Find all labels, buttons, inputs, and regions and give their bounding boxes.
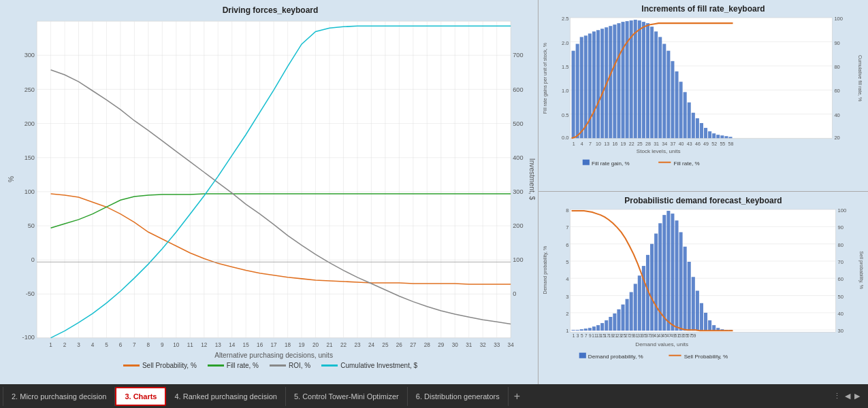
svg-rect-124 — [592, 31, 596, 138]
svg-text:Fill rate gain, %: Fill rate gain, % — [592, 160, 630, 167]
svg-rect-143 — [671, 61, 674, 138]
tab-control-tower[interactable]: 5. Control Tower-Mini Optimizer — [286, 387, 408, 406]
svg-text:1: 1 — [573, 141, 575, 147]
svg-rect-234 — [675, 220, 678, 330]
svg-text:300: 300 — [25, 52, 35, 58]
tab-ranked-purchasing[interactable]: 4. Ranked purchasing decision — [166, 387, 285, 406]
svg-rect-212 — [584, 328, 588, 330]
svg-text:250: 250 — [25, 86, 35, 93]
driving-forces-chart: 300 250 200 150 100 50 0 -50 -100 % 700 … — [5, 18, 535, 359]
svg-rect-239 — [696, 291, 699, 331]
svg-text:28: 28 — [645, 141, 651, 147]
svg-text:Cumulative fill rate, %: Cumulative fill rate, % — [857, 55, 863, 102]
svg-rect-214 — [592, 326, 596, 330]
svg-text:Stock levels, units: Stock levels, units — [637, 148, 681, 154]
tab-charts[interactable]: 3. Charts — [115, 387, 166, 406]
svg-rect-242 — [708, 320, 711, 330]
svg-text:14: 14 — [229, 342, 236, 348]
svg-text:21: 21 — [326, 342, 333, 348]
svg-rect-228 — [650, 244, 654, 331]
svg-text:28: 28 — [424, 342, 431, 348]
svg-rect-129 — [613, 24, 616, 138]
svg-rect-211 — [580, 329, 583, 330]
svg-rect-147 — [688, 103, 691, 139]
svg-rect-120 — [576, 44, 579, 139]
tab-nav-left-icon[interactable]: ◀ — [845, 392, 850, 401]
svg-text:3: 3 — [577, 333, 579, 338]
svg-rect-142 — [666, 51, 670, 139]
svg-text:7: 7 — [589, 141, 592, 147]
svg-rect-156 — [724, 136, 728, 138]
svg-rect-237 — [688, 262, 691, 330]
right-panel: Increments of fill rate_keyboard 2.5 2.0… — [538, 0, 868, 384]
svg-text:25: 25 — [637, 141, 643, 147]
svg-rect-219 — [613, 313, 616, 330]
svg-text:500: 500 — [513, 120, 523, 127]
svg-text:0.0: 0.0 — [562, 135, 569, 141]
svg-text:6: 6 — [566, 242, 568, 248]
svg-text:34: 34 — [662, 141, 667, 147]
tab-nav: ⋮ ◀ ▶ — [833, 392, 865, 401]
svg-rect-131 — [621, 22, 624, 138]
svg-text:22: 22 — [340, 342, 347, 348]
svg-text:0: 0 — [31, 256, 35, 263]
svg-text:20: 20 — [312, 342, 319, 348]
legend-roi: ROI, % — [270, 362, 310, 369]
svg-text:10: 10 — [596, 141, 601, 147]
svg-text:100: 100 — [513, 256, 523, 263]
demand-forecast-chart: 8 7 6 5 4 3 2 1 100 90 80 70 60 50 — [541, 208, 865, 363]
svg-text:1.5: 1.5 — [562, 64, 569, 70]
svg-rect-220 — [617, 309, 620, 330]
svg-text:-100: -100 — [22, 334, 35, 341]
svg-rect-235 — [679, 232, 683, 330]
svg-text:19: 19 — [299, 342, 306, 348]
svg-text:9: 9 — [161, 342, 164, 348]
svg-text:18: 18 — [285, 342, 291, 348]
svg-text:100: 100 — [25, 188, 35, 195]
svg-rect-134 — [634, 20, 637, 138]
svg-rect-126 — [600, 29, 604, 138]
svg-text:4: 4 — [566, 276, 568, 282]
svg-text:11: 11 — [187, 342, 194, 348]
main-container: Driving forces_keyboard — [0, 0, 868, 384]
svg-rect-179 — [583, 160, 590, 165]
svg-text:100: 100 — [837, 208, 846, 214]
svg-text:50: 50 — [837, 294, 843, 300]
svg-rect-135 — [638, 20, 641, 138]
svg-rect-139 — [654, 31, 658, 138]
svg-rect-215 — [596, 325, 600, 330]
svg-text:31: 31 — [466, 342, 472, 348]
svg-text:3: 3 — [77, 342, 80, 348]
svg-text:80: 80 — [837, 242, 843, 248]
legend-cumulative-investment: Cumulative Investment, $ — [321, 362, 417, 369]
svg-rect-232 — [666, 211, 670, 330]
svg-rect-151 — [704, 128, 707, 138]
svg-text:43: 43 — [687, 141, 692, 147]
svg-text:5: 5 — [105, 342, 108, 348]
svg-rect-146 — [684, 92, 687, 138]
svg-text:8: 8 — [147, 342, 150, 348]
svg-rect-210 — [576, 330, 579, 330]
svg-text:Demand values, units: Demand values, units — [635, 341, 688, 347]
svg-text:3: 3 — [566, 294, 568, 300]
tab-add-button[interactable]: + — [509, 390, 526, 403]
svg-text:60: 60 — [834, 88, 839, 94]
svg-text:2.5: 2.5 — [562, 16, 569, 22]
svg-rect-157 — [728, 137, 732, 138]
svg-text:Demand probability, %: Demand probability, % — [588, 354, 643, 360]
svg-rect-279 — [579, 353, 586, 358]
tab-nav-right-icon[interactable]: ▶ — [854, 392, 860, 401]
svg-text:80: 80 — [834, 64, 839, 70]
tab-distribution[interactable]: 6. Distribution generators — [408, 387, 509, 406]
tab-micro-purchasing[interactable]: 2. Micro purchasing decision — [3, 387, 115, 406]
svg-text:26: 26 — [396, 342, 403, 348]
left-chart-title: Driving forces_keyboard — [5, 5, 535, 15]
svg-text:Fill rate, %: Fill rate, % — [673, 160, 699, 167]
svg-rect-233 — [671, 214, 674, 330]
svg-rect-241 — [704, 313, 707, 330]
svg-rect-225 — [638, 275, 641, 330]
tab-more-icon[interactable]: ⋮ — [833, 392, 841, 401]
svg-rect-213 — [588, 328, 592, 330]
svg-text:16: 16 — [257, 342, 263, 348]
bottom-right-chart-title: Probabilistic demand forecast_keyboard — [541, 196, 865, 205]
